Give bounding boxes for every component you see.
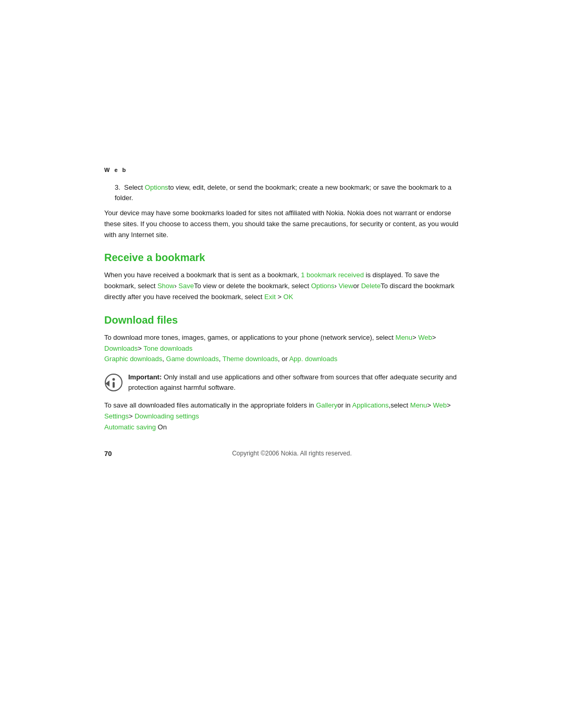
app-downloads-link[interactable]: App. downloads (289, 355, 338, 363)
web-link-df[interactable]: Web (418, 334, 432, 341)
download-files-paragraph1: To download more tones, images, games, o… (104, 332, 459, 365)
df-arr6: , or (278, 355, 289, 363)
auto-saving-link[interactable]: Automatic saving (104, 423, 156, 431)
df2-text-mid: or in (337, 401, 352, 409)
rb-or: or (353, 282, 361, 290)
df-arr2: > (432, 334, 436, 341)
important-icon (104, 373, 123, 392)
show-link[interactable]: Show (157, 282, 175, 290)
theme-downloads-link[interactable]: Theme downloads (223, 355, 278, 363)
df2-arr8: > (447, 401, 451, 409)
df2-arr7: > (427, 401, 433, 409)
step-number: 3. Select (115, 183, 145, 191)
svg-rect-2 (113, 382, 115, 388)
applications-link[interactable]: Applications (352, 401, 389, 409)
graphic-downloads-link[interactable]: Graphic downloads (104, 355, 162, 363)
rb-text-mid2: To view or delete the bookmark, select (194, 282, 311, 290)
receive-bookmark-heading: Receive a bookmark (104, 252, 459, 264)
downloads-link-df[interactable]: Downloads (104, 344, 138, 352)
df2-text-start: To save all downloaded files automatical… (104, 401, 316, 409)
options-link-step3[interactable]: Options (145, 183, 168, 191)
bookmark-received-link[interactable]: 1 bookmark received (301, 271, 364, 279)
ok-link[interactable]: OK (284, 293, 293, 301)
download-files-paragraph2: To save all downloaded files automatical… (104, 400, 459, 433)
web-section-label: W e b (104, 167, 459, 173)
important-note-box: Important: Only install and use applicat… (104, 372, 459, 393)
svg-point-1 (113, 378, 115, 381)
df2-text-end: On (156, 423, 167, 431)
page-footer: 70 Copyright ©2006 Nokia. All rights res… (104, 450, 459, 458)
settings-link[interactable]: Settings (104, 412, 129, 420)
df-text-start: To download more tones, images, games, o… (104, 334, 396, 341)
exit-link[interactable]: Exit (264, 293, 276, 301)
rb-arrow2: › (335, 282, 339, 290)
important-label: Important: (128, 373, 162, 381)
df-arr5: , (219, 355, 223, 363)
page-number: 70 (104, 450, 125, 458)
receive-bookmark-paragraph: When you have received a bookmark that i… (104, 270, 459, 302)
delete-link[interactable]: Delete (361, 282, 381, 290)
rb-arrow3: > (276, 293, 284, 301)
options-link-rb[interactable]: Options (311, 282, 335, 290)
step-3: 3. Select Optionsto view, edit, delete, … (104, 182, 459, 203)
gallery-link[interactable]: Gallery (316, 401, 337, 409)
tone-downloads-link[interactable]: Tone downloads (143, 344, 192, 352)
downloading-settings-link[interactable]: Downloading settings (134, 412, 199, 420)
df2-arr9: > (129, 412, 134, 420)
df-arr3: > (138, 344, 143, 352)
menu-link-df2[interactable]: Menu (410, 401, 427, 409)
view-link[interactable]: View (339, 282, 353, 290)
web-link-df2[interactable]: Web (433, 401, 447, 409)
game-downloads-link[interactable]: Game downloads (166, 355, 219, 363)
copyright-text: Copyright ©2006 Nokia. All rights reserv… (125, 450, 459, 457)
nokia-disclaimer-paragraph: Your device may have some bookmarks load… (104, 208, 459, 240)
important-note-text: Important: Only install and use applicat… (128, 372, 459, 393)
menu-link-df[interactable]: Menu (396, 334, 413, 341)
df2-text-mid2: ,select (389, 401, 410, 409)
save-link[interactable]: Save (178, 282, 194, 290)
important-body: Only install and use applications and ot… (128, 373, 457, 391)
df-arr1: > (412, 334, 418, 341)
rb-text-start: When you have received a bookmark that i… (104, 271, 301, 279)
df-arr4: , (162, 355, 166, 363)
page-content: W e b 3. Select Optionsto view, edit, de… (0, 0, 563, 728)
download-files-heading: Download files (104, 314, 459, 326)
